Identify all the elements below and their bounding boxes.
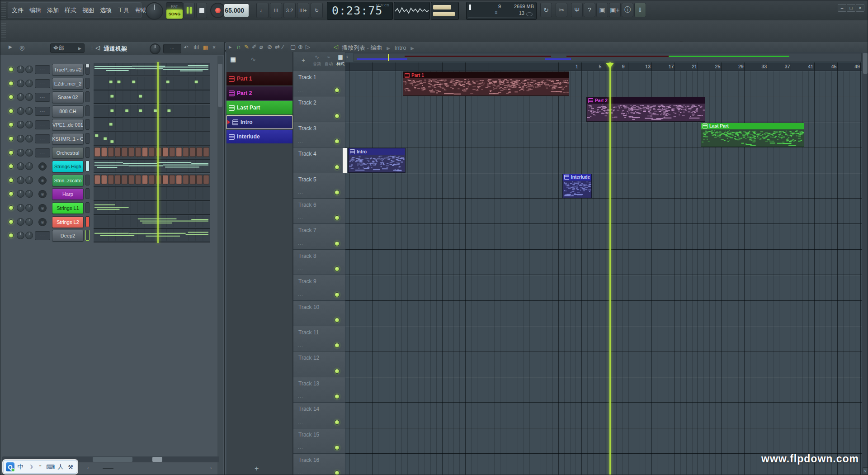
track-options-dots[interactable]: ··· xyxy=(298,446,303,451)
track-tab-样式[interactable]: ▦样式 xyxy=(335,54,346,67)
channel-led[interactable] xyxy=(9,219,14,224)
blend-recording-icon[interactable]: Ш+ xyxy=(297,3,309,18)
channel-volume-knob[interactable] xyxy=(25,204,33,212)
timeline-ruler[interactable]: 1591317212529333741454953576165697377818… xyxy=(345,62,862,71)
collapse-arrow-icon[interactable]: ▸ xyxy=(229,43,232,50)
slip-icon[interactable]: ⇄ xyxy=(275,43,280,50)
channel-volume-knob[interactable] xyxy=(25,232,33,239)
track-tab-自动[interactable]: ⌁自动 xyxy=(323,54,334,67)
track-led[interactable] xyxy=(335,292,340,297)
main-volume-knob[interactable] xyxy=(146,2,163,20)
track-led[interactable] xyxy=(335,88,340,93)
pattern-item-part-1[interactable]: Part 1 xyxy=(226,72,292,86)
song-mode-label[interactable]: SONG xyxy=(166,10,183,19)
rack-display[interactable]: ··· xyxy=(163,44,181,53)
channel-pan-knob[interactable] xyxy=(17,135,24,142)
channel-preview[interactable] xyxy=(94,104,210,118)
countdown-icon[interactable]: 3.2 xyxy=(283,3,296,18)
channel-mute-slot[interactable]: --- xyxy=(35,107,50,116)
breadcrumb-current[interactable]: Intro xyxy=(395,44,406,51)
channel-pan-knob[interactable] xyxy=(17,66,24,73)
ime-language-icon[interactable]: 中 xyxy=(16,462,24,471)
channel-pan-knob[interactable] xyxy=(17,80,24,87)
track-header-15[interactable]: Track 15··· xyxy=(293,428,345,454)
playlist-playhead-marker[interactable] xyxy=(606,63,614,68)
track-led[interactable] xyxy=(335,420,340,425)
close-button[interactable]: × xyxy=(856,4,864,12)
channel-button[interactable]: EZdr..mer_2 xyxy=(52,78,84,90)
channel-button[interactable]: Orchestral xyxy=(52,147,84,159)
scissors-icon[interactable]: ✂ xyxy=(556,3,567,17)
channel-button[interactable]: 808 CH xyxy=(52,105,84,117)
track-options-dots[interactable]: ··· xyxy=(298,166,303,170)
sync-icon[interactable]: ↻ xyxy=(540,3,552,17)
scroll-right-icon[interactable]: › xyxy=(210,466,212,470)
track-led[interactable] xyxy=(335,114,340,119)
channel-led[interactable] xyxy=(9,191,14,196)
track-header-7[interactable]: Track 7··· xyxy=(293,224,345,249)
track-options-dots[interactable]: ··· xyxy=(298,421,303,425)
rack-loop-icon[interactable]: ◎ xyxy=(19,44,24,51)
track-options-dots[interactable]: ··· xyxy=(298,344,303,348)
channel-pan-knob[interactable] xyxy=(17,149,24,157)
channel-led[interactable] xyxy=(9,233,14,238)
channel-plugin-icon[interactable]: ◉ xyxy=(38,190,47,198)
pattern-item-interlude[interactable]: Interlude xyxy=(226,130,292,143)
track-options-dots[interactable]: ··· xyxy=(298,293,303,298)
ime-softkeyboard-icon[interactable]: ⌨ xyxy=(46,462,55,471)
channel-mute-slot[interactable]: --- xyxy=(35,231,50,240)
close-icon[interactable]: × xyxy=(212,44,216,51)
channel-led[interactable] xyxy=(9,81,14,86)
ime-settings-icon[interactable]: ⚒ xyxy=(66,462,75,471)
channel-button[interactable]: TrueP..os #2 xyxy=(52,64,84,76)
channel-button[interactable]: VPE1..de 001 xyxy=(52,119,84,131)
channel-led[interactable] xyxy=(9,164,14,169)
channel-pan-knob[interactable] xyxy=(17,218,24,226)
time-display[interactable]: 0:23:75 M:S:CS xyxy=(327,2,393,20)
rack-volume-knob[interactable] xyxy=(150,43,160,54)
channel-preview[interactable] xyxy=(94,63,210,76)
song-overview-bar[interactable] xyxy=(354,53,862,62)
channel-volume-knob[interactable] xyxy=(25,162,33,170)
pattern-item-last-part[interactable]: Last Part xyxy=(226,101,292,114)
minimize-button[interactable]: – xyxy=(838,4,846,12)
clip-intro[interactable]: Intro xyxy=(348,148,406,172)
channel-led[interactable] xyxy=(9,136,14,141)
menu-item-样式[interactable]: 样式 xyxy=(65,6,76,14)
channel-mute-slot[interactable]: --- xyxy=(35,79,50,88)
channel-plugin-icon[interactable]: ◉ xyxy=(38,218,47,226)
magnet-icon[interactable]: ∩ xyxy=(236,43,241,50)
channel-preview[interactable] xyxy=(94,201,210,215)
track-header-13[interactable]: Track 13··· xyxy=(293,377,345,403)
breadcrumb-label[interactable]: 播放列表 - 编曲 xyxy=(342,44,382,51)
track-header-10[interactable]: Track 10··· xyxy=(293,301,345,326)
cpu-memory-panel[interactable]: 9 2669 MB ≣ 13 xyxy=(466,2,537,20)
track-options-dots[interactable]: ··· xyxy=(298,318,303,323)
track-options-dots[interactable]: ··· xyxy=(298,471,303,475)
help-icon[interactable]: ? xyxy=(584,3,595,17)
select-icon[interactable]: ▢ xyxy=(290,43,296,50)
download-icon[interactable]: ⇓ xyxy=(634,3,646,17)
track-header-16[interactable]: Track 16··· xyxy=(293,454,345,475)
clip-last-part[interactable]: Last Part xyxy=(701,123,804,147)
track-header-1[interactable]: Track 1··· xyxy=(293,71,345,96)
channel-mute-slot[interactable]: --- xyxy=(35,148,50,157)
channel-preview[interactable] xyxy=(94,229,210,242)
rack-play-icon[interactable]: ▶ xyxy=(9,44,12,49)
scroll-thumb-light[interactable] xyxy=(152,457,162,462)
track-led[interactable] xyxy=(335,241,340,246)
oscilloscope[interactable] xyxy=(394,2,430,20)
track-led[interactable] xyxy=(335,215,340,220)
track-header-14[interactable]: Track 14··· xyxy=(293,403,345,428)
ime-fullwidth-icon[interactable]: ☽ xyxy=(26,462,34,471)
track-header-3[interactable]: Track 3··· xyxy=(293,122,345,147)
channel-volume-knob[interactable] xyxy=(25,107,33,115)
track-tab-音频[interactable]: ∿音频 xyxy=(311,54,322,67)
channel-button[interactable]: Snare 02 xyxy=(52,91,84,103)
track-options-dots[interactable]: ··· xyxy=(298,242,303,247)
channel-button[interactable]: Deep2 xyxy=(52,230,84,242)
channel-plugin-icon[interactable]: ◉ xyxy=(38,176,47,185)
playback-icon[interactable]: ▷ xyxy=(306,43,310,50)
ime-handwriting-icon[interactable]: 人 xyxy=(57,462,65,471)
add-track-button[interactable]: + xyxy=(302,57,305,64)
